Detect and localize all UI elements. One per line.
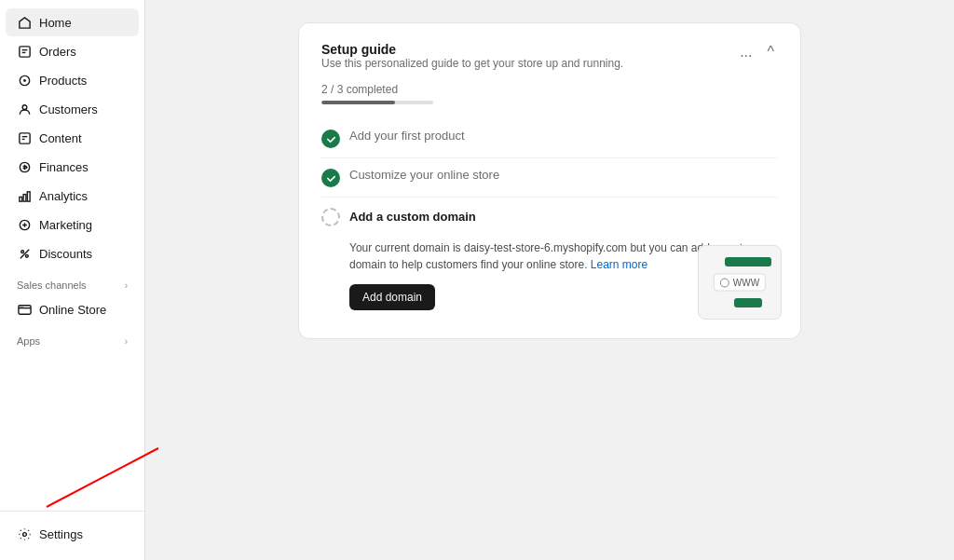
sidebar-item-settings-label: Settings — [39, 527, 83, 541]
sidebar-item-finances-label: Finances — [39, 160, 89, 174]
learn-more-link[interactable]: Learn more — [591, 258, 647, 271]
svg-point-15 — [25, 254, 28, 257]
products-icon — [17, 73, 32, 88]
more-options-button[interactable]: ... — [736, 42, 756, 62]
setup-guide-card: Setup guide Use this personalized guide … — [298, 22, 801, 339]
apps-chevron-icon: › — [125, 336, 128, 347]
sidebar-item-analytics-label: Analytics — [39, 189, 88, 203]
sales-channels-chevron-icon: › — [125, 280, 128, 291]
sidebar-item-orders[interactable]: Orders — [6, 37, 139, 65]
orders-icon — [17, 44, 32, 59]
sidebar-item-customers-label: Customers — [39, 102, 98, 116]
add-domain-button[interactable]: Add domain — [349, 284, 435, 310]
sidebar-item-discounts[interactable]: Discounts — [6, 239, 139, 267]
check-pending-icon — [321, 208, 340, 226]
sidebar-nav: Home Orders Products — [0, 0, 144, 511]
checklist-item-add-domain-header: Add a custom domain — [321, 207, 778, 226]
checklist-item-customize-store-label: Customize your online store — [349, 168, 499, 182]
checklist-item-add-domain-label: Add a custom domain — [349, 210, 476, 224]
finances-icon — [17, 159, 32, 174]
setup-card-header: Setup guide Use this personalized guide … — [321, 42, 778, 79]
svg-point-14 — [20, 250, 23, 253]
illustration-bar-top — [725, 257, 771, 266]
apps-section[interactable]: Apps › — [0, 324, 144, 350]
sidebar-item-marketing-label: Marketing — [39, 218, 92, 232]
discounts-icon — [17, 246, 32, 261]
checklist-item-customize-store[interactable]: Customize your online store — [321, 158, 778, 198]
content-icon — [17, 130, 32, 145]
illustration-www: WWW — [714, 274, 766, 292]
sidebar-item-analytics[interactable]: Analytics — [6, 182, 139, 210]
sidebar: Home Orders Products — [0, 0, 145, 560]
sidebar-bottom: Settings — [0, 511, 144, 560]
sidebar-item-products[interactable]: Products — [6, 66, 139, 94]
home-icon — [17, 15, 32, 30]
progress-section: 2 / 3 completed — [321, 83, 778, 104]
checklist-item-add-product[interactable]: Add your first product — [321, 119, 778, 158]
marketing-icon — [17, 217, 32, 232]
online-store-icon — [17, 302, 32, 317]
red-arrow-annotation — [145, 444, 168, 518]
sidebar-item-settings[interactable]: Settings — [6, 520, 139, 548]
progress-label: 2 / 3 completed — [321, 83, 778, 96]
svg-line-22 — [145, 448, 158, 507]
customers-icon — [17, 102, 32, 116]
sidebar-item-home[interactable]: Home — [6, 8, 139, 36]
svg-point-21 — [22, 532, 26, 536]
svg-point-5 — [22, 104, 27, 109]
progress-bar-fill — [321, 101, 395, 104]
globe-icon — [720, 278, 729, 287]
checklist-item-add-product-label: Add your first product — [349, 129, 465, 143]
setup-guide-subtitle: Use this personalized guide to get your … — [321, 57, 623, 70]
sidebar-item-online-store-label: Online Store — [39, 303, 106, 317]
sidebar-item-online-store[interactable]: Online Store — [6, 295, 139, 323]
sidebar-item-customers[interactable]: Customers — [6, 95, 139, 123]
sidebar-item-discounts-label: Discounts — [39, 247, 92, 261]
collapse-button[interactable]: ^ — [763, 42, 778, 62]
svg-point-4 — [23, 79, 26, 82]
sidebar-item-finances[interactable]: Finances — [6, 153, 139, 181]
illustration-bar-bottom — [734, 298, 762, 307]
main-content: Setup guide Use this personalized guide … — [145, 0, 954, 560]
sidebar-item-content-label: Content — [39, 131, 82, 145]
svg-point-20 — [21, 306, 22, 307]
svg-rect-6 — [19, 132, 29, 143]
domain-illustration: WWW — [698, 245, 782, 320]
svg-rect-11 — [23, 194, 26, 201]
setup-card-title-group: Setup guide Use this personalized guide … — [321, 42, 623, 79]
sidebar-item-home-label: Home — [39, 16, 72, 30]
check-completed-icon-2 — [321, 169, 340, 187]
check-completed-icon — [321, 130, 340, 148]
sales-channels-section[interactable]: Sales channels › — [0, 268, 144, 294]
domain-illustration-inner: WWW — [698, 245, 782, 320]
sidebar-item-products-label: Products — [39, 74, 87, 88]
sidebar-item-orders-label: Orders — [39, 45, 76, 59]
settings-icon — [17, 526, 32, 541]
svg-rect-10 — [19, 197, 21, 201]
sidebar-item-marketing[interactable]: Marketing — [6, 211, 139, 239]
progress-bar-track — [321, 101, 433, 104]
setup-card-actions: ... ^ — [736, 42, 778, 62]
svg-point-19 — [20, 306, 20, 307]
setup-guide-title: Setup guide — [321, 42, 623, 57]
svg-rect-0 — [19, 46, 29, 56]
svg-rect-12 — [27, 191, 30, 200]
analytics-icon — [17, 188, 32, 203]
sidebar-item-content[interactable]: Content — [6, 124, 139, 152]
